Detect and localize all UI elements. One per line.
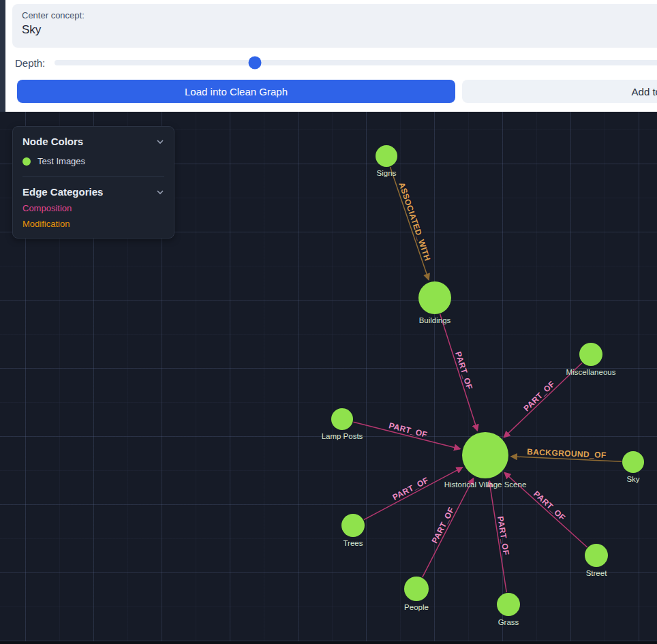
graph-node-misc[interactable] [579,343,602,366]
legend-edge-item-modification[interactable]: Modification [22,219,164,229]
graph-node-label-people: People [404,603,429,611]
graph-canvas[interactable]: ASSOCIATED_WITHPART_OFPART_OFPART_OFBACK… [0,112,657,641]
app-root: { "colors": { "accent_blue": "#2f63e8", … [0,0,657,644]
edge-label-associated_with: ASSOCIATED_WITH [397,181,432,262]
load-into-clean-graph-button[interactable]: Load into Clean Graph [17,80,455,103]
legend-node-item-label: Test Images [37,156,85,166]
graph-node-grass[interactable] [497,593,520,616]
edge-signs-buildings [390,167,428,279]
legend-node-item: Test Images [22,156,164,166]
node-color-dot [22,157,31,166]
edge-label-part_of: PART_OF [521,379,557,413]
center-concept-value: Sky [22,23,657,37]
graph-node-street[interactable] [585,544,608,567]
graph-node-label-trees: Trees [343,539,363,547]
graph-node-label-signs: Signs [377,169,397,177]
edge-categories-title: Edge Categories [22,186,103,198]
center-concept-input[interactable]: Center concept: Sky [12,4,657,48]
graph-node-trees[interactable] [341,514,365,537]
depth-label: Depth: [15,57,45,69]
depth-slider[interactable] [55,60,657,65]
graph-node-label-misc: Miscellaneous [566,368,616,376]
graph-node-signs[interactable] [376,145,397,167]
edge-label-part_of: PART_OF [532,489,567,523]
bottom-strip [0,641,657,644]
top-toolbar: Center concept: Sky Depth: Load into Cle… [5,0,657,112]
graph-node-buildings[interactable] [418,281,451,314]
graph-node-label-hvs: Historical Village Scene [444,480,527,489]
legend-panel: Node Colors Test Images Edge Categories … [12,126,174,239]
graph-node-label-buildings: Buildings [419,316,451,324]
legend-edge-item-composition[interactable]: Composition [22,203,164,213]
graph-node-lamp_posts[interactable] [331,408,353,430]
edge-label-part_of: PART_OF [391,475,431,502]
node-colors-title: Node Colors [22,136,83,147]
graph-node-hvs[interactable] [462,432,508,478]
graph-node-label-street: Street [586,569,607,577]
chevron-down-icon [156,188,164,196]
action-buttons: Load into Clean Graph Add to Existing Gr… [12,80,657,103]
graph-node-people[interactable] [404,577,429,601]
edge-people-hvs [423,478,474,577]
edge-categories-header[interactable]: Edge Categories [22,186,164,198]
add-to-existing-graph-button[interactable]: Add to Existing Graph [462,80,657,103]
edge-label-part_of: PART_OF [430,506,457,545]
depth-row: Depth: [12,50,657,75]
depth-slider-thumb[interactable] [249,57,262,70]
node-colors-header[interactable]: Node Colors [22,136,164,147]
graph-node-label-grass: Grass [498,618,519,626]
chevron-down-icon [156,138,164,146]
graph-node-sky[interactable] [622,451,644,473]
edge-label-part_of: PART_OF [388,420,429,440]
edge-buildings-hvs [440,314,478,431]
graph-node-label-sky: Sky [626,475,639,483]
edge-label-part_of: PART_OF [453,350,474,390]
graph-node-label-lamp_posts: Lamp Posts [322,432,363,440]
center-concept-label: Center concept: [22,10,657,20]
legend-divider [22,176,164,177]
